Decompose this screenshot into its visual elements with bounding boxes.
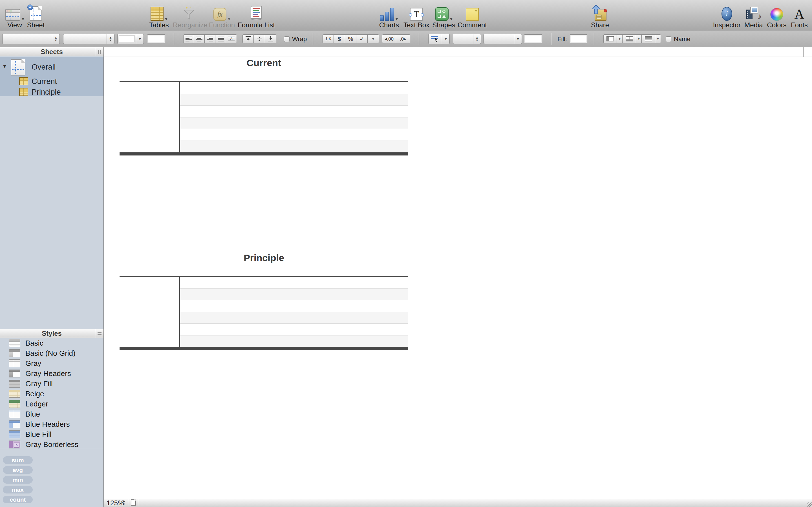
- header-column-button[interactable]: [603, 34, 617, 43]
- table-row[interactable]: [180, 117, 408, 129]
- style-item-gray-borderless[interactable]: S Gray Borderless: [0, 439, 103, 450]
- chevron-down-icon[interactable]: ▾: [136, 34, 144, 44]
- percent-format-button[interactable]: %: [345, 34, 356, 43]
- font-size-select[interactable]: ▲▼: [63, 34, 114, 44]
- sidebar-item-current[interactable]: Current: [0, 76, 103, 87]
- quick-formula-max[interactable]: max: [3, 486, 33, 494]
- add-decimal-button[interactable]: ◂.00: [382, 34, 396, 43]
- quick-formula-avg[interactable]: avg: [3, 466, 33, 474]
- border-width-select[interactable]: ▲▼: [453, 34, 481, 44]
- border-style-button[interactable]: ▾: [428, 34, 450, 44]
- checkbox-format-button[interactable]: ✓: [356, 34, 368, 43]
- window-resize-grip[interactable]: [808, 503, 812, 507]
- table-row[interactable]: [180, 94, 408, 106]
- valign-middle-button[interactable]: [254, 34, 265, 43]
- toolbar-button-colors[interactable]: Colors: [765, 3, 788, 30]
- style-item-gray[interactable]: Gray: [0, 358, 103, 369]
- align-left-button[interactable]: [183, 34, 194, 43]
- footer-row-button[interactable]: [622, 34, 636, 43]
- toolbar-button-charts[interactable]: ▾ Charts: [374, 3, 404, 30]
- stepper-icon[interactable]: ▲▼: [473, 34, 481, 44]
- table-row[interactable]: [180, 106, 408, 117]
- table-row[interactable]: [180, 335, 408, 347]
- style-item-basic-no-grid[interactable]: Basic (No Grid): [0, 348, 103, 358]
- stepper-icon[interactable]: ▲▼: [52, 34, 59, 44]
- canvas-menu-button[interactable]: [803, 47, 812, 57]
- chevron-down-icon[interactable]: ▾: [442, 34, 449, 44]
- disclosure-triangle-icon[interactable]: ▼: [2, 64, 7, 69]
- table-row[interactable]: [180, 140, 408, 153]
- text-color-well[interactable]: ▾: [117, 34, 144, 44]
- style-item-blue[interactable]: Blue: [0, 409, 103, 419]
- toolbar-button-shapes[interactable]: ▾ Shapes: [429, 3, 458, 30]
- font-family-select[interactable]: ▲▼: [2, 34, 60, 44]
- align-auto-button[interactable]: A: [226, 34, 237, 43]
- toolbar-button-inspector[interactable]: i Inspector: [712, 3, 742, 30]
- stepper-icon[interactable]: ▲▼: [107, 34, 114, 44]
- header-row-button[interactable]: [642, 34, 655, 43]
- name-checkbox[interactable]: [666, 36, 671, 42]
- sidebar-item-principle[interactable]: Principle: [0, 87, 103, 98]
- table-row[interactable]: [180, 300, 408, 312]
- table-row[interactable]: [180, 312, 408, 324]
- toolbar-button-share[interactable]: Share: [587, 3, 613, 30]
- chevron-down-icon[interactable]: ▾: [636, 34, 642, 43]
- toolbar-button-formula-list[interactable]: Formula List: [238, 3, 275, 30]
- more-formats-dropdown[interactable]: ▾: [368, 34, 379, 43]
- zoom-stepper[interactable]: ▲▼: [122, 499, 125, 506]
- table-row[interactable]: [180, 288, 408, 300]
- table-body-rows[interactable]: [180, 277, 408, 347]
- border-color-well[interactable]: [524, 34, 542, 43]
- vertical-align-group: [243, 34, 276, 43]
- quick-formula-min[interactable]: min: [3, 476, 33, 484]
- table-row[interactable]: [180, 277, 408, 288]
- page-view-button[interactable]: [131, 499, 136, 506]
- align-right-button[interactable]: [205, 34, 215, 43]
- table-row[interactable]: [180, 82, 408, 94]
- valign-bottom-button[interactable]: [265, 34, 276, 43]
- toolbar-button-media[interactable]: ♪ Media: [742, 3, 765, 30]
- sheet-canvas[interactable]: Current Principle: [104, 47, 812, 498]
- panel-menu-button[interactable]: [95, 329, 103, 338]
- resize-bars-icon: [98, 50, 99, 54]
- toolbar-label: Formula List: [238, 21, 275, 29]
- chevron-down-icon[interactable]: ▾: [655, 34, 661, 43]
- style-item-gray-fill[interactable]: Gray Fill: [0, 379, 103, 389]
- style-item-basic[interactable]: Basic: [0, 338, 103, 348]
- quick-formula-sum[interactable]: sum: [3, 456, 33, 464]
- toolbar-button-tables[interactable]: ▾ Tables: [143, 3, 175, 30]
- currency-format-button[interactable]: $: [334, 34, 345, 43]
- toolbar-button-fonts[interactable]: A Fonts: [788, 3, 811, 30]
- toolbar-button-sheet[interactable]: + Sheet: [24, 3, 47, 30]
- chevron-down-icon[interactable]: ▾: [617, 34, 622, 43]
- table-title-principle[interactable]: Principle: [119, 252, 408, 263]
- quick-formula-count[interactable]: count: [3, 496, 33, 503]
- border-color-select[interactable]: ▾: [484, 34, 522, 44]
- remove-decimal-button[interactable]: .0▸: [396, 34, 410, 43]
- align-center-button[interactable]: [194, 34, 205, 43]
- align-justify-button[interactable]: [215, 34, 226, 43]
- background-color-well[interactable]: [147, 34, 165, 43]
- chevron-down-icon[interactable]: ▾: [514, 34, 522, 44]
- table-body-rows[interactable]: [180, 82, 408, 152]
- table-title-current[interactable]: Current: [119, 57, 408, 68]
- sidebar-item-overall[interactable]: ▼ Overall: [0, 59, 103, 76]
- table-row[interactable]: [180, 129, 408, 140]
- style-item-blue-fill[interactable]: Blue Fill: [0, 429, 103, 439]
- panel-resize-button[interactable]: [95, 47, 103, 56]
- toolbar-button-comment[interactable]: ✳ Comment: [457, 3, 487, 30]
- style-item-gray-headers[interactable]: Gray Headers: [0, 369, 103, 379]
- style-item-ledger[interactable]: Ledger: [0, 399, 103, 409]
- number-format-button[interactable]: 1.0: [322, 34, 334, 43]
- table-row[interactable]: [180, 324, 408, 335]
- toolbar-button-function[interactable]: fx ▾ Function: [207, 3, 237, 30]
- fill-color-well[interactable]: [570, 34, 587, 43]
- zoom-level-value[interactable]: 125%: [107, 499, 124, 507]
- toolbar-button-view[interactable]: ▾ View: [3, 3, 27, 30]
- toolbar-button-reorganize[interactable]: ✦ ✦ Reorganize: [173, 3, 205, 30]
- wrap-checkbox[interactable]: [284, 36, 290, 42]
- style-item-beige[interactable]: Beige: [0, 389, 103, 399]
- toolbar-button-text-box[interactable]: T Text Box: [402, 3, 431, 30]
- style-item-blue-headers[interactable]: Blue Headers: [0, 419, 103, 429]
- valign-top-button[interactable]: [243, 34, 254, 43]
